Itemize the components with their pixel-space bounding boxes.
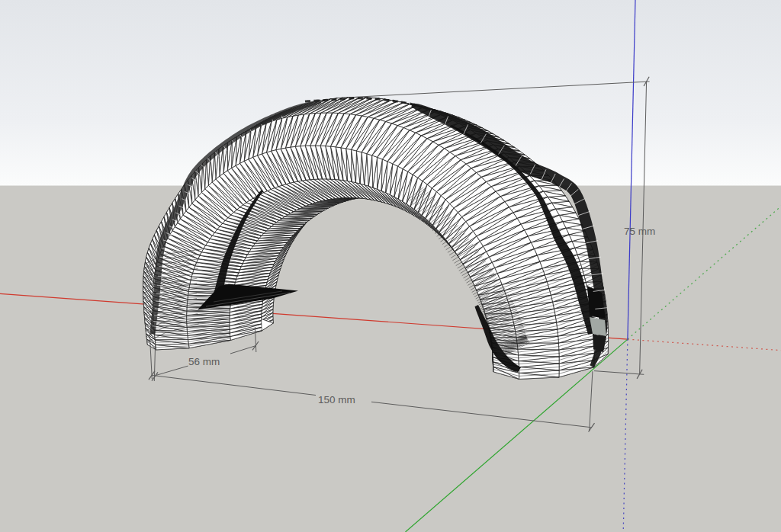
svg-text:75 mm: 75 mm bbox=[624, 226, 655, 237]
svg-text:150 mm: 150 mm bbox=[318, 394, 355, 405]
svg-text:56 mm: 56 mm bbox=[188, 356, 220, 367]
